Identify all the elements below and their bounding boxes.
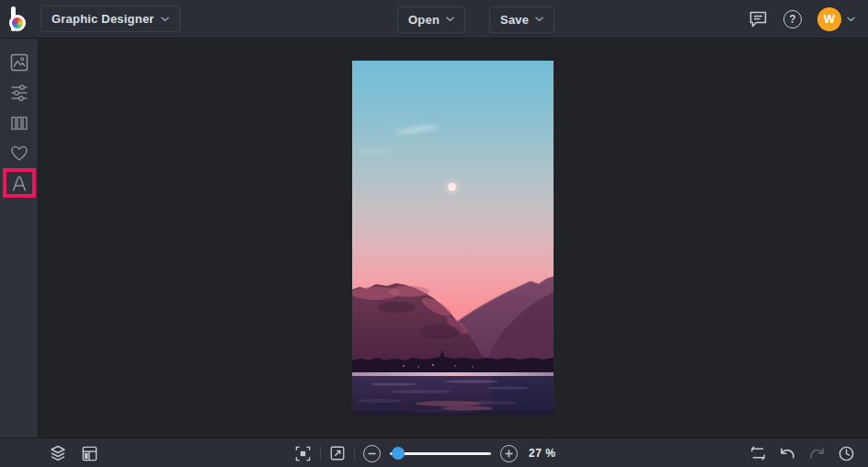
sliders-icon xyxy=(10,84,29,102)
chevron-down-icon xyxy=(161,17,169,22)
bottombar-center: 27 % xyxy=(294,439,555,467)
columns-icon xyxy=(10,114,29,132)
account-menu[interactable]: W xyxy=(817,7,855,31)
minus-icon xyxy=(368,450,376,458)
sidebar-item-image-manager[interactable] xyxy=(0,47,39,77)
canvas-workspace xyxy=(39,39,868,438)
app-root: Graphic Designer Open Save xyxy=(0,0,868,467)
text-a-icon xyxy=(10,175,29,193)
redo-icon xyxy=(808,446,826,461)
image-icon xyxy=(10,53,29,72)
chevron-down-icon xyxy=(535,17,543,22)
heart-icon xyxy=(10,144,29,163)
befunky-logo[interactable] xyxy=(8,6,32,31)
layout-panel-icon xyxy=(81,445,98,462)
open-button[interactable]: Open xyxy=(397,6,465,33)
open-label: Open xyxy=(408,13,440,27)
layers-button[interactable] xyxy=(49,444,67,462)
feedback-button[interactable] xyxy=(748,10,768,28)
replay-button[interactable] xyxy=(749,445,767,461)
plus-icon xyxy=(505,450,513,458)
bottombar: 27 % xyxy=(0,438,868,467)
sidebar xyxy=(0,39,39,438)
save-label: Save xyxy=(500,13,529,27)
bottombar-left xyxy=(49,439,98,467)
topbar: Graphic Designer Open Save xyxy=(0,0,868,39)
design-canvas[interactable] xyxy=(352,61,554,416)
history-icon xyxy=(838,445,855,462)
layout-manager-button[interactable] xyxy=(81,445,98,462)
zoom-slider-track[interactable] xyxy=(390,452,491,455)
separator xyxy=(354,446,355,461)
open-new-icon xyxy=(329,445,346,461)
redo-button[interactable] xyxy=(808,446,826,461)
avatar: W xyxy=(817,7,841,31)
sidebar-item-text[interactable] xyxy=(0,168,39,199)
help-icon: ? xyxy=(783,10,802,28)
zoom-slider-knob[interactable] xyxy=(392,447,405,460)
chevron-down-icon xyxy=(847,17,855,22)
zoom-slider[interactable] xyxy=(390,447,491,460)
undo-button[interactable] xyxy=(779,446,796,461)
mountain-lake-scene xyxy=(352,61,554,416)
topbar-right: ? W xyxy=(748,7,855,31)
feedback-chat-icon xyxy=(748,10,768,28)
separator xyxy=(320,446,321,461)
bottombar-right xyxy=(749,439,855,467)
layers-icon xyxy=(49,444,67,462)
undo-icon xyxy=(779,446,796,461)
topbar-center: Open Save xyxy=(397,0,554,39)
zoom-out-button[interactable] xyxy=(363,445,381,462)
zoom-level-label: 27 % xyxy=(529,447,555,460)
fit-to-screen-button[interactable] xyxy=(294,445,312,462)
fullscreen-preview-button[interactable] xyxy=(329,445,346,461)
app-menu-button[interactable]: Graphic Designer xyxy=(40,6,180,32)
help-button[interactable]: ? xyxy=(783,10,802,28)
chevron-down-icon xyxy=(446,17,454,22)
sidebar-item-layouts[interactable] xyxy=(0,108,39,138)
save-button[interactable]: Save xyxy=(489,6,554,33)
history-button[interactable] xyxy=(838,445,855,462)
fit-screen-icon xyxy=(294,445,312,462)
repeat-icon xyxy=(749,445,767,461)
logo-color-wheel-icon xyxy=(9,15,26,31)
app-menu-label: Graphic Designer xyxy=(51,12,154,26)
sidebar-item-graphics[interactable] xyxy=(0,138,39,168)
zoom-in-button[interactable] xyxy=(500,445,518,462)
sidebar-item-edit[interactable] xyxy=(0,77,39,108)
